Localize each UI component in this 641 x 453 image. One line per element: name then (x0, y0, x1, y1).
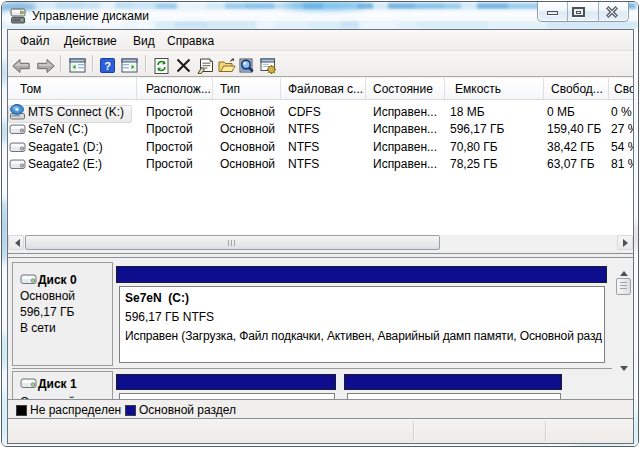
svg-text:?: ? (104, 60, 111, 72)
